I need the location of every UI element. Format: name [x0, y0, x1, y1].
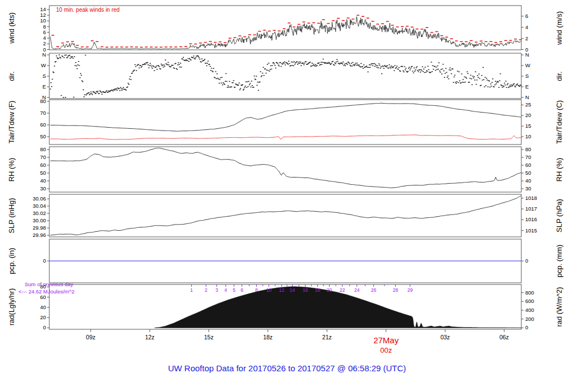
- y-tick-label-right: 200: [525, 316, 534, 322]
- y-tick-label-right: 800: [525, 290, 534, 296]
- panel-slp: 29.9629.9830.0030.0230.0430.061015101610…: [33, 194, 537, 238]
- y-tick-label-right: N: [525, 52, 529, 58]
- y-tick-label-right: 20: [525, 112, 531, 118]
- panel-pcp: 00: [43, 239, 529, 283]
- series-relative-humidity: [50, 148, 521, 188]
- x-tick-label: 12z: [145, 334, 155, 340]
- y-tick-label-left: 0: [43, 324, 46, 330]
- y-tick-label-right: 1018: [525, 195, 537, 201]
- radiation-sum-annotation-line2: <--- 24.62 MJoules/m^2: [18, 288, 75, 295]
- y-tick-label-right: 1015: [525, 227, 537, 234]
- axis-title-left-rad: rad(Lgly/hr): [7, 288, 16, 325]
- axis-title-right-dir: dir.: [555, 71, 563, 81]
- x-tick-label: 03z: [441, 334, 450, 340]
- axis-title-left-dir: dir.: [7, 71, 16, 81]
- y-tick-label-left: 8: [43, 24, 46, 30]
- panel-tair: 5060708010152025: [40, 98, 531, 144]
- sum-mark-label: 12: [279, 287, 285, 293]
- series-air-temperature: [50, 103, 521, 131]
- y-tick-label-right: 600: [525, 298, 534, 304]
- panel-rh: 304050607080304050607080: [40, 146, 531, 192]
- y-tick-label-left: 80: [40, 146, 46, 152]
- y-tick-label-left: 29.98: [33, 225, 46, 231]
- y-tick-label-right: W: [525, 62, 530, 68]
- sum-mark-label: 18: [315, 287, 321, 293]
- axis-title-left-rh: RH (%): [7, 157, 16, 181]
- sum-mark-label: 16: [303, 287, 308, 293]
- chart-title: UW Rooftop Data for 20170526 to 20170527…: [0, 363, 574, 373]
- y-tick-label-left: 30.02: [33, 210, 46, 216]
- x-tick-label: 06z: [499, 334, 509, 340]
- y-tick-label-right: 1016: [525, 216, 537, 222]
- y-tick-label-right: 6: [525, 13, 528, 19]
- y-tick-label-left: 50: [40, 133, 46, 139]
- y-tick-label-right: 400: [525, 307, 534, 313]
- y-tick-label-left: 2: [43, 40, 46, 46]
- y-tick-label-left: N: [42, 52, 46, 58]
- panel-dir: NWSENNWSEN: [41, 52, 530, 100]
- sum-mark-label: 29: [408, 287, 413, 293]
- y-tick-label-left: 0: [43, 258, 46, 264]
- axis-title-right-rh: RH (%): [555, 157, 563, 181]
- series-wind-direction: [50, 54, 522, 97]
- sum-mark-label: 20: [327, 287, 332, 293]
- sum-mark-label: 3: [215, 287, 218, 293]
- y-tick-label-left: 60: [40, 162, 46, 168]
- sum-mark-label: 22: [340, 287, 345, 293]
- panel-border: [49, 100, 521, 144]
- sum-mark-label: 2: [205, 287, 207, 293]
- radiation-sum-annotation-line1: Sum of previous day: [25, 281, 73, 287]
- y-tick-label-left: 50: [40, 170, 46, 176]
- y-tick-label-left: 4: [43, 35, 46, 41]
- series-peak-wind: [52, 15, 522, 47]
- y-tick-label-right: E: [525, 83, 529, 90]
- axis-title-right-tair: Tair/Tdew (C): [555, 100, 563, 144]
- y-tick-label-left: E: [43, 83, 46, 90]
- series-dewpoint-temperature: [50, 135, 521, 139]
- x-tick-label: 21z: [322, 334, 332, 340]
- sum-mark-label: 14: [290, 287, 295, 293]
- sum-mark-label: 6: [240, 287, 243, 293]
- y-tick-label-left: 30.04: [33, 203, 46, 209]
- sum-mark-label: 28: [393, 287, 399, 293]
- y-tick-label-right: 25: [525, 101, 531, 108]
- axis-title-left-wind: wind (kts): [7, 12, 16, 44]
- x-tick-label-hour: 00z: [380, 346, 392, 354]
- y-tick-label-right: 10: [525, 133, 531, 139]
- y-tick-label-left: 29.96: [33, 232, 46, 238]
- x-tick-label-date: 27May: [373, 335, 399, 345]
- sum-mark-label: 26: [371, 287, 377, 293]
- y-tick-label-right: 60: [525, 162, 531, 168]
- y-tick-label-left: 70: [40, 154, 46, 160]
- sum-mark-label: 4: [224, 287, 227, 293]
- y-tick-label-left: 40: [40, 178, 46, 184]
- peak-wind-annotation: 10 min. peak winds in red: [56, 7, 119, 13]
- y-tick-label-right: N: [525, 94, 529, 100]
- series-sea-level-pressure: [50, 196, 521, 235]
- panel-border: [49, 53, 521, 99]
- panel-rad: 1234568101214161820222426282902040608002…: [40, 283, 534, 330]
- axis-title-left-slp: SLP (inHg): [7, 198, 16, 233]
- series-solar-radiation: [155, 287, 521, 328]
- y-tick-label-left: 10: [40, 17, 46, 24]
- y-tick-label-right: 40: [525, 178, 531, 184]
- y-tick-label-right: 15: [525, 123, 531, 129]
- axis-title-right-slp: SLP (hPa): [555, 199, 563, 232]
- y-tick-label-left: 70: [40, 110, 46, 116]
- sum-mark-label: 8: [255, 287, 258, 293]
- y-tick-label-left: S: [43, 73, 46, 79]
- sum-mark-label: 1: [190, 287, 193, 293]
- weather-multipanel-chart: 024681012140246NWSENNWSEN506070801015202…: [0, 0, 574, 392]
- y-tick-label-left: 30.00: [33, 217, 46, 223]
- y-tick-label-right: 4: [525, 24, 528, 30]
- y-tick-label-right: 30: [525, 185, 531, 192]
- y-tick-label-left: 6: [43, 29, 46, 35]
- x-tick-label: 09z: [86, 334, 95, 340]
- y-tick-label-left: 30: [40, 185, 46, 192]
- panel-border: [49, 147, 521, 192]
- axis-title-right-pcp: pcp. (mm): [555, 245, 563, 278]
- sum-mark-label: 10: [266, 287, 272, 293]
- axis-title-right-wind: wind (m/s): [555, 11, 563, 45]
- y-tick-label-left: W: [41, 62, 46, 68]
- x-tick-label: 15z: [204, 334, 214, 340]
